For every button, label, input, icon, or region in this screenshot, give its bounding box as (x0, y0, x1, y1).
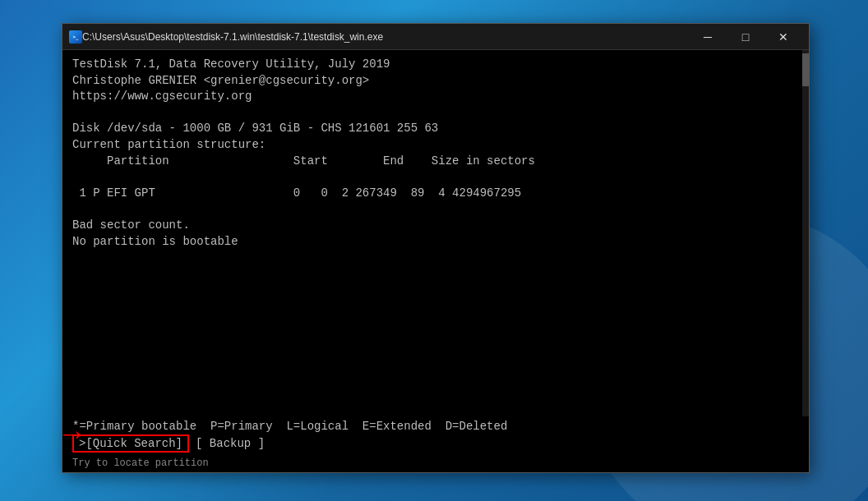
terminal-legend: *=Primary bootable P=Primary L=Logical E… (62, 416, 809, 456)
close-button[interactable]: ✕ (764, 24, 802, 50)
window-title: C:\Users\Asus\Desktop\testdisk-7.1.win\t… (82, 31, 682, 43)
terminal-line: No partition is bootable (72, 234, 799, 250)
terminal-line: https://www.cgsecurity.org (72, 89, 799, 105)
app-icon (69, 30, 82, 44)
terminal-window: C:\Users\Asus\Desktop\testdisk-7.1.win\t… (62, 23, 810, 473)
backup-button[interactable]: [ Backup ] (196, 437, 265, 450)
terminal-line (72, 169, 799, 186)
title-bar: C:\Users\Asus\Desktop\testdisk-7.1.win\t… (62, 24, 809, 50)
terminal-line: Disk /dev/sda - 1000 GB / 931 GiB - CHS … (72, 121, 799, 137)
arrow-indicator: → (58, 419, 87, 448)
terminal-line: 1 P EFI GPT 0 0 2 267349 89 4 4294967295 (72, 186, 799, 202)
maximize-button[interactable]: □ (727, 24, 764, 50)
terminal-line (72, 201, 799, 218)
terminal-line (72, 105, 799, 122)
terminal-line: Partition Start End Size in sectors (72, 154, 799, 170)
action-bar: >[Quick Search] [ Backup ] (72, 434, 799, 453)
terminal-line: TestDisk 7.1, Data Recovery Utility, Jul… (72, 57, 799, 73)
window-controls: ─ □ ✕ (689, 24, 802, 50)
terminal-line: Current partition structure: (72, 137, 799, 154)
quick-search-button[interactable]: >[Quick Search] (72, 434, 189, 453)
terminal-line: Bad sector count. (72, 218, 799, 234)
bottom-hint: Try to locate partition (62, 456, 809, 472)
scrollbar-thumb[interactable] (802, 53, 809, 86)
minimize-button[interactable]: ─ (689, 24, 727, 50)
terminal-line: Christophe GRENIER <grenier@cgsecurity.o… (72, 73, 799, 90)
partition-legend: *=Primary bootable P=Primary L=Logical E… (72, 420, 799, 433)
terminal-content: TestDisk 7.1, Data Recovery Utility, Jul… (62, 50, 809, 416)
scrollbar[interactable] (802, 50, 809, 416)
